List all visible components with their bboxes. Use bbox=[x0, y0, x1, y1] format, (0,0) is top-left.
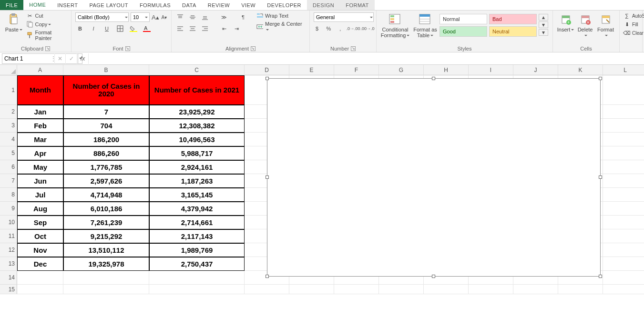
align-middle-button[interactable] bbox=[188, 12, 197, 22]
column-header[interactable]: A bbox=[17, 65, 63, 75]
font-name-combo[interactable] bbox=[75, 12, 129, 22]
align-bottom-button[interactable] bbox=[200, 12, 210, 22]
cell[interactable] bbox=[603, 216, 644, 229]
tab-chart-format[interactable]: FORMAT bbox=[340, 0, 375, 10]
cell[interactable] bbox=[149, 271, 245, 285]
insert-cells-button[interactable]: + Insert bbox=[556, 12, 575, 33]
cell[interactable] bbox=[603, 146, 644, 160]
resize-handle[interactable] bbox=[266, 275, 269, 278]
style-normal[interactable]: Normal bbox=[440, 14, 487, 24]
cell[interactable] bbox=[558, 285, 603, 294]
tab-file[interactable]: FILE bbox=[0, 0, 23, 10]
chart-object[interactable] bbox=[267, 78, 601, 277]
decrease-decimal-button[interactable]: .00→.0 bbox=[363, 24, 372, 33]
tab-developer[interactable]: DEVELOPER bbox=[261, 0, 307, 10]
resize-handle[interactable] bbox=[599, 275, 602, 278]
cell[interactable] bbox=[379, 285, 424, 294]
clear-button[interactable]: ⌫ Clear bbox=[623, 29, 644, 37]
cell[interactable]: 7,261,239 bbox=[63, 216, 149, 229]
style-good[interactable]: Good bbox=[440, 26, 487, 37]
wrap-text-button[interactable]: Wrap Text bbox=[256, 12, 307, 20]
style-bad[interactable]: Bad bbox=[489, 14, 537, 24]
row-header[interactable]: 1 bbox=[0, 75, 17, 105]
increase-indent-button[interactable]: ⇥ bbox=[232, 24, 241, 33]
cell[interactable] bbox=[63, 271, 149, 285]
gallery-up-icon[interactable]: ▴ bbox=[539, 14, 548, 21]
row-header[interactable]: 8 bbox=[0, 188, 17, 202]
cell-styles-gallery[interactable]: Normal Bad Good Neutral bbox=[440, 14, 537, 37]
fill-button[interactable]: ⬇ Fill bbox=[623, 21, 644, 28]
font-dialog-launcher[interactable]: ↘ bbox=[125, 46, 130, 51]
shrink-font-button[interactable]: A▾ bbox=[161, 12, 167, 22]
cell[interactable] bbox=[603, 257, 644, 271]
tab-data[interactable]: DATA bbox=[176, 0, 202, 10]
resize-handle[interactable] bbox=[432, 77, 435, 80]
conditional-formatting-button[interactable]: Conditional Formatting bbox=[379, 12, 411, 39]
paste-button[interactable]: Paste bbox=[3, 12, 25, 33]
cell[interactable]: 886,260 bbox=[63, 146, 149, 160]
cell[interactable]: 2,924,161 bbox=[149, 160, 245, 174]
cell[interactable] bbox=[513, 285, 558, 294]
cell[interactable] bbox=[63, 285, 149, 294]
column-header[interactable]: C bbox=[149, 65, 245, 75]
row-header[interactable]: 7 bbox=[0, 174, 17, 188]
align-top-button[interactable] bbox=[175, 12, 185, 22]
tab-review[interactable]: REVIEW bbox=[202, 0, 235, 10]
cell[interactable] bbox=[603, 243, 644, 257]
delete-cells-button[interactable]: × Delete bbox=[575, 12, 595, 39]
autosum-button[interactable]: ∑ AutoSum bbox=[623, 12, 644, 20]
gallery-more-icon[interactable]: ▾ bbox=[539, 29, 548, 36]
resize-handle[interactable] bbox=[599, 77, 602, 80]
cell[interactable] bbox=[603, 105, 644, 119]
row-headers[interactable]: 123456789101112131415 bbox=[0, 75, 17, 294]
row-header[interactable]: 10 bbox=[0, 216, 17, 229]
row-header[interactable]: 5 bbox=[0, 146, 17, 160]
column-headers[interactable]: ABCDEFGHIJKL bbox=[17, 65, 644, 75]
accounting-format-button[interactable]: $ bbox=[314, 24, 320, 33]
cell[interactable] bbox=[17, 285, 63, 294]
cell[interactable]: 2,597,626 bbox=[63, 174, 149, 188]
tab-insert[interactable]: INSERT bbox=[51, 0, 83, 10]
styles-gallery-spinners[interactable]: ▴ ▾ ▾ bbox=[539, 14, 548, 36]
cell[interactable]: 2,750,437 bbox=[149, 257, 245, 271]
tab-home[interactable]: HOME bbox=[23, 0, 51, 10]
column-header[interactable]: H bbox=[424, 65, 469, 75]
increase-decimal-button[interactable]: .0→.00 bbox=[348, 24, 358, 33]
style-neutral[interactable]: Neutral bbox=[489, 26, 537, 37]
cell[interactable]: Aug bbox=[17, 202, 63, 216]
number-format-input[interactable] bbox=[314, 13, 368, 21]
cell[interactable]: Dec bbox=[17, 257, 63, 271]
cell[interactable] bbox=[603, 285, 644, 294]
format-painter-button[interactable]: Format Painter bbox=[26, 29, 68, 41]
cell[interactable]: 6,010,186 bbox=[63, 202, 149, 216]
grow-font-button[interactable]: A▴ bbox=[152, 12, 159, 22]
resize-handle[interactable] bbox=[266, 175, 269, 179]
cell[interactable]: Jan bbox=[17, 105, 63, 119]
cell[interactable]: 10,496,563 bbox=[149, 133, 245, 146]
cell[interactable] bbox=[469, 285, 513, 294]
tab-formulas[interactable]: FORMULAS bbox=[134, 0, 176, 10]
cell[interactable]: 4,379,942 bbox=[149, 202, 245, 216]
alignment-dialog-launcher[interactable]: ↘ bbox=[251, 46, 256, 51]
cell[interactable] bbox=[603, 160, 644, 174]
orientation-button[interactable]: ≫ bbox=[219, 12, 229, 22]
cell[interactable]: May bbox=[17, 160, 63, 174]
number-format-combo[interactable] bbox=[314, 12, 374, 22]
column-header[interactable]: B bbox=[63, 65, 149, 75]
comma-format-button[interactable]: , bbox=[337, 24, 344, 33]
row-header[interactable]: 6 bbox=[0, 160, 17, 174]
clipboard-dialog-launcher[interactable]: ↘ bbox=[45, 46, 50, 51]
cell[interactable]: 186,200 bbox=[63, 133, 149, 146]
resize-handle[interactable] bbox=[266, 77, 269, 80]
cell[interactable] bbox=[603, 133, 644, 146]
name-box[interactable] bbox=[2, 53, 50, 64]
cell[interactable]: 1,776,785 bbox=[63, 160, 149, 174]
formula-input[interactable] bbox=[89, 53, 644, 64]
font-size-combo[interactable] bbox=[131, 12, 150, 22]
cell[interactable]: Feb bbox=[17, 119, 63, 133]
align-right-button[interactable] bbox=[200, 24, 210, 33]
cancel-formula-button[interactable]: ✕ bbox=[54, 53, 66, 64]
number-dialog-launcher[interactable]: ↘ bbox=[351, 46, 356, 51]
column-header[interactable]: E bbox=[289, 65, 334, 75]
row-header[interactable]: 2 bbox=[0, 105, 17, 119]
